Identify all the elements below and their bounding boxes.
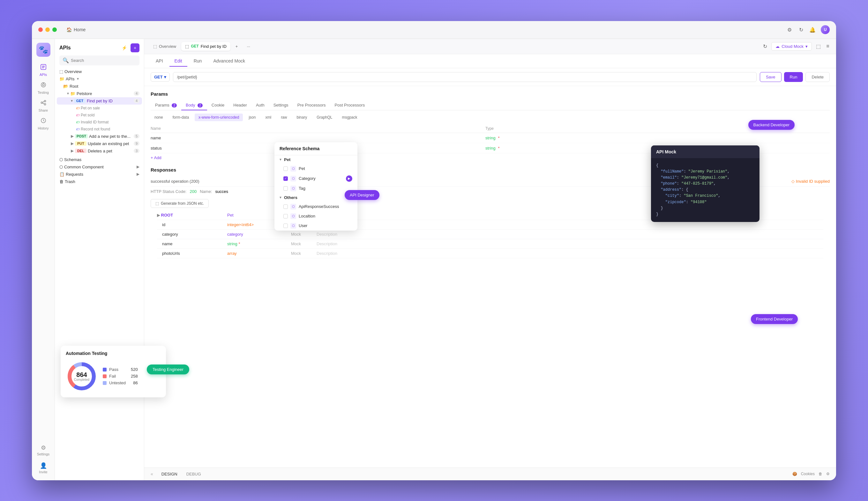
tree-item-common-component[interactable]: ⬡ Common Component ▶ (57, 163, 142, 171)
tab-overview[interactable]: ⬚ Overview (149, 42, 180, 51)
tree-item-overview[interactable]: ⬚ Overview (57, 68, 142, 75)
bell-icon[interactable]: 🔔 (809, 26, 816, 33)
tab-add[interactable]: + (232, 42, 242, 51)
sidebar-item-history[interactable]: History (34, 116, 52, 132)
titlebar: 🏠 Home ⚙ ↻ 🔔 U (32, 21, 836, 39)
form-table-header: Name Type (150, 124, 830, 133)
generate-btn[interactable]: ⬚ Generate from JSON etc. (150, 199, 209, 208)
root-mock-photourls[interactable]: Mock (291, 251, 316, 256)
tree-item-put-update-pet[interactable]: ▶ PUT Update an existing pet 9 (57, 140, 142, 147)
http-status-label: HTTP Status Code: (150, 189, 186, 194)
ref-checkbox-category[interactable]: ✓ (283, 177, 288, 181)
root-mock-category[interactable]: Mock (291, 232, 316, 237)
tree-item-post-add-pet[interactable]: ▶ POST Add a new pet to the... 5 (57, 133, 142, 140)
tab-more[interactable]: ··· (243, 42, 254, 51)
ref-checkbox-pet[interactable] (283, 167, 288, 171)
ref-checkbox-user[interactable] (283, 224, 288, 228)
expand-icon[interactable]: ⬚ (815, 43, 822, 50)
save-button[interactable]: Save (760, 72, 782, 82)
sidebar-item-invite[interactable]: 👤 Invite (34, 460, 52, 477)
param-tab-cookie[interactable]: Cookie (207, 100, 229, 110)
method-badge-get: GET (74, 98, 85, 103)
filter-button[interactable]: ⚡ (120, 43, 129, 52)
trash-icon: 🗑 (59, 179, 63, 184)
reference-schema-popup: Reference Schema ▾ Pet ⬡ Pet ✓ ⬡ Categor… (274, 142, 357, 231)
settings-bottom-icon[interactable]: ⚙ (826, 472, 830, 476)
cloud-mock-button[interactable]: ☁ Cloud Mock ▾ (771, 42, 812, 51)
tree-item-requests[interactable]: 📋 Requests ▶ (57, 171, 142, 178)
refresh-icon[interactable]: ↻ (798, 26, 804, 33)
sidebar-item-testing[interactable]: Testing (34, 80, 52, 96)
method-chevron: ▾ (164, 75, 166, 79)
method-selector[interactable]: GET ▾ (150, 72, 170, 82)
minimize-button[interactable] (45, 28, 50, 32)
param-tab-settings[interactable]: Settings (269, 100, 293, 110)
search-bar: 🔍 (59, 55, 139, 65)
history-icon (40, 117, 46, 125)
body-type-form-data[interactable]: form-data (169, 114, 193, 121)
param-tab-body[interactable]: Body 2 (181, 100, 207, 110)
settings-icon[interactable]: ⚙ (786, 26, 793, 33)
ref-checkbox-tag[interactable] (283, 186, 288, 191)
close-button[interactable] (38, 28, 43, 32)
sub-tab-run[interactable]: Run (189, 56, 207, 67)
refresh-tab-icon[interactable]: ↻ (762, 43, 768, 50)
ref-item-tag[interactable]: ⬡ Tag (274, 184, 357, 193)
search-input[interactable] (71, 58, 136, 63)
tab-find-pet[interactable]: ⬚ GET Find pet by ID (181, 42, 230, 51)
tree-item-pet-sold[interactable]: 🏷 Pet sold (57, 111, 142, 119)
user-avatar[interactable]: U (821, 25, 830, 34)
delete-button[interactable]: Delete (805, 72, 830, 82)
body-type-msgpack[interactable]: msgpack (338, 114, 361, 121)
sidebar-item-share[interactable]: Share (34, 98, 52, 114)
tree-item-del-pet[interactable]: ▶ DEL Deletes a pet 3 (57, 147, 142, 154)
tree-item-apis[interactable]: 📁 APIs ▾ (57, 75, 142, 83)
tree-item-pet-on-sale[interactable]: 🏷 Pet on sale (57, 105, 142, 111)
param-tab-header[interactable]: Header (229, 100, 251, 110)
ref-item-user[interactable]: ⬡ User (274, 221, 357, 231)
sidebar-item-apis[interactable]: APIs (34, 62, 52, 78)
ref-item-apiresponse[interactable]: ⬡ ApiResponseSuccess (274, 202, 357, 211)
param-tab-post-processors[interactable]: Post Processors (330, 100, 369, 110)
ref-item-category[interactable]: ✓ ⬡ Category ▶ (274, 173, 357, 184)
requests-icon: 📋 (59, 172, 64, 177)
ref-checkbox-location[interactable] (283, 214, 288, 218)
body-type-none[interactable]: none (150, 114, 167, 121)
sub-tab-api[interactable]: API (150, 56, 168, 67)
tree-item-trash[interactable]: 🗑 Trash (57, 178, 142, 185)
param-tab-params[interactable]: Params 2 (150, 100, 181, 110)
sub-tab-advanced-mock[interactable]: Advanced Mock (208, 56, 250, 67)
body-type-json[interactable]: json (245, 114, 260, 121)
body-type-raw[interactable]: raw (277, 114, 291, 121)
design-tab[interactable]: DESIGN (157, 470, 182, 478)
sidebar-item-settings[interactable]: ⚙ Settings (34, 442, 52, 459)
ref-item-pet[interactable]: ⬡ Pet (274, 164, 357, 173)
tree-item-invalid-id[interactable]: 🏷 Invalid ID format (57, 119, 142, 126)
tree-item-schemas[interactable]: ⬡ Schemas (57, 156, 142, 163)
url-input[interactable] (173, 72, 757, 82)
tab-find-pet-icon: ⬚ (185, 44, 189, 49)
prev-arrow[interactable]: « (150, 471, 153, 477)
tree-item-root[interactable]: 📂 Root (57, 83, 142, 90)
home-nav[interactable]: 🏠 Home (66, 27, 85, 32)
trash-bottom-icon[interactable]: 🗑 (818, 472, 822, 476)
body-type-xml[interactable]: xml (261, 114, 275, 121)
add-api-button[interactable]: + (130, 43, 139, 52)
param-tab-auth[interactable]: Auth (251, 100, 269, 110)
body-type-graphql[interactable]: GraphQL (313, 114, 336, 121)
tree-item-petstore[interactable]: ▾ 📁 Petstore 4 (57, 90, 142, 97)
body-type-urlencoded[interactable]: x-www-form-urlencoded (195, 114, 243, 121)
sub-tab-edit[interactable]: Edit (169, 56, 187, 67)
param-tab-pre-processors[interactable]: Pre Processors (293, 100, 330, 110)
tree-item-find-pet[interactable]: ▾ GET Find pet by ID 4 (57, 97, 142, 105)
ref-item-location[interactable]: ⬡ Localtion (274, 211, 357, 221)
body-type-binary[interactable]: binary (293, 114, 311, 121)
menu-icon[interactable]: ≡ (825, 43, 831, 50)
ref-checkbox-apiresponse[interactable] (283, 204, 288, 209)
api-content: API Edit Run Advanced Mock GET ▾ Save Ru… (144, 54, 836, 468)
tree-item-record-not-found[interactable]: 🏷 Record not found (57, 126, 142, 133)
root-mock-name[interactable]: Mock (291, 242, 316, 246)
maximize-button[interactable] (52, 28, 57, 32)
run-button[interactable]: Run (784, 72, 803, 82)
debug-tab[interactable]: DEBUG (182, 470, 206, 478)
